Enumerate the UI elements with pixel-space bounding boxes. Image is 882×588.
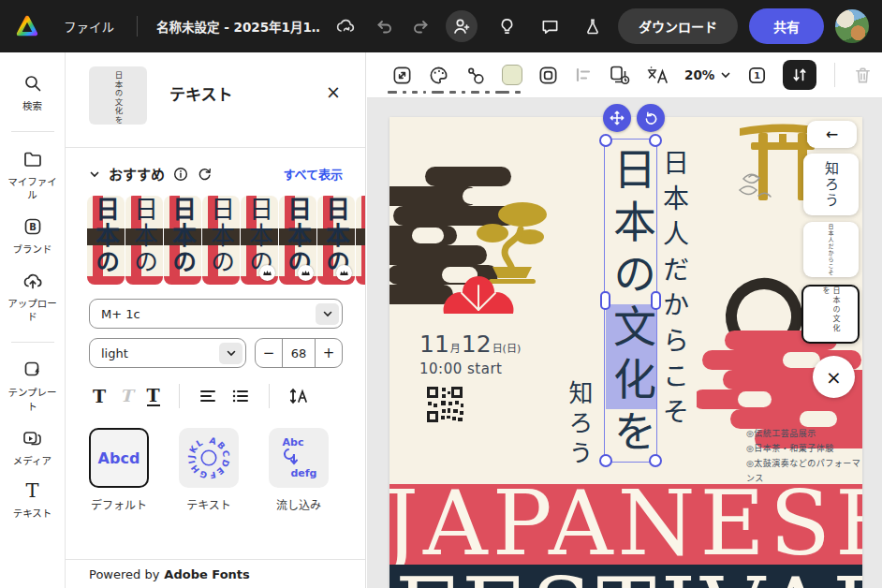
file-menu[interactable]: ファイル [64, 17, 114, 36]
style-card-default[interactable]: Abcd [89, 428, 149, 488]
chevron-down-icon [720, 69, 731, 81]
underline-icon[interactable]: T [147, 387, 160, 406]
event-detail-list[interactable]: ◎伝統工芸品展示 ◎日本茶・和菓子体験 ◎太鼓演奏などのパフォーマンス [746, 426, 862, 486]
align-icon[interactable] [574, 66, 593, 84]
poster-text-shiro[interactable]: 知ろう [566, 380, 591, 470]
list-icon[interactable] [231, 388, 250, 404]
download-button[interactable]: ダウンロード [618, 8, 738, 44]
premium-crown-icon [336, 265, 352, 281]
layer-card-text: 日本の文化を [820, 287, 841, 342]
show-all-link[interactable]: すべて表示 [283, 165, 343, 183]
animation-icon[interactable] [464, 65, 487, 86]
rail-item-templates[interactable]: テンプレート [3, 360, 63, 413]
comments-icon[interactable] [534, 10, 566, 42]
font-preview-card[interactable]: 日本の [241, 196, 278, 285]
layer-card-shiro[interactable]: 知ろう [803, 154, 859, 215]
adobe-express-logo-icon[interactable] [15, 14, 39, 38]
rail-label: マイファイル [3, 175, 63, 202]
layer-card-subline[interactable]: 日本人だからこそ [803, 222, 859, 277]
text-tool-icon: T [25, 481, 38, 501]
resize-handle[interactable] [599, 134, 612, 147]
chevron-down-icon[interactable] [89, 169, 100, 180]
rail-label: テンプレート [3, 386, 63, 413]
page-indicator-icon[interactable]: 1 [746, 65, 768, 86]
font-family-select[interactable]: M+ 1c [89, 299, 343, 329]
panel-close-icon[interactable]: × [320, 79, 346, 105]
premium-crown-icon [298, 265, 314, 281]
delete-trash-icon[interactable] [853, 66, 873, 85]
event-line: ◎太鼓演奏などのパフォーマンス [746, 456, 862, 486]
resize-icon[interactable] [391, 65, 413, 86]
decrease-font-size-button[interactable]: − [256, 339, 282, 367]
resize-handle[interactable] [649, 134, 662, 147]
layer-card-headline-selected[interactable]: 日本の文化を [801, 285, 860, 344]
layer-picker-close-icon[interactable]: × [813, 356, 855, 398]
rail-divider [11, 131, 54, 132]
style-default-preview: Abcd [98, 449, 140, 467]
style-card-flow[interactable]: Abc defg [269, 428, 329, 488]
zoom-control[interactable]: 20% [684, 67, 731, 82]
refresh-icon[interactable] [197, 166, 213, 182]
color-palette-icon[interactable] [428, 65, 449, 86]
italic-icon[interactable]: T [120, 388, 132, 404]
translate-icon[interactable] [646, 65, 669, 85]
background-color-swatch[interactable] [502, 65, 522, 85]
font-weight-select[interactable]: light [89, 338, 246, 368]
selection-bounding-box[interactable] [604, 139, 657, 463]
date-number: 11 [419, 331, 449, 358]
selected-text-thumbnail[interactable]: 日本の文化を [89, 66, 147, 125]
account-avatar[interactable] [835, 9, 869, 43]
rail-item-my-files[interactable]: マイファイル [3, 149, 63, 202]
font-preview-card[interactable]: 日本の [87, 196, 125, 285]
resize-handle[interactable] [649, 454, 662, 467]
duplicate-schedule-icon[interactable] [608, 64, 631, 86]
font-preview-card[interactable]: 日本の [356, 196, 365, 285]
font-preview-card[interactable]: 日本の [317, 196, 355, 285]
plum-fan-graphic[interactable] [441, 263, 516, 314]
text-align-icon[interactable] [198, 388, 217, 404]
layer-card-text: 知ろう [821, 161, 841, 209]
event-time[interactable]: 10:00 start [419, 360, 522, 377]
date-unit: 月 [450, 340, 461, 355]
event-date[interactable]: 11 月 12 日(日) 10:00 start [419, 331, 522, 377]
info-icon[interactable] [173, 167, 188, 182]
font-preview-card[interactable]: 日本の [125, 196, 163, 285]
increase-font-size-button[interactable]: + [316, 339, 342, 367]
font-preview-card[interactable]: 日本の [164, 196, 201, 285]
move-handle-icon[interactable] [603, 104, 631, 132]
invite-collaborators-icon[interactable] [446, 10, 478, 42]
reorder-pages-button[interactable] [783, 60, 816, 90]
font-preview-card[interactable]: 日本の [202, 196, 240, 285]
qr-code[interactable] [425, 385, 464, 424]
undo-icon[interactable] [369, 10, 401, 42]
poster-subline-text[interactable]: 日本人だからこそ [660, 149, 686, 434]
style-card-circle-text[interactable]: ABCDEFGHIJKL [179, 428, 239, 488]
font-size-value[interactable]: 68 [282, 339, 316, 367]
assistant-ideas-icon[interactable] [491, 10, 522, 42]
redo-icon[interactable] [404, 10, 436, 42]
side-handle[interactable] [651, 291, 661, 310]
bold-icon[interactable]: T [93, 388, 106, 405]
document-title[interactable]: 名称未設定 - 2025年1月1… [156, 17, 320, 36]
share-button[interactable]: 共有 [749, 8, 824, 44]
line-spacing-icon[interactable] [288, 387, 309, 405]
frame-mask-icon[interactable] [537, 65, 559, 86]
rail-label: メディア [9, 454, 55, 468]
banner-bottom-text: FESTIVAL [395, 566, 862, 588]
red-banner[interactable]: JAPANESE [390, 484, 862, 565]
cloud-sync-icon[interactable] [330, 10, 361, 42]
rail-item-media[interactable]: メディア [3, 428, 63, 468]
resize-handle[interactable] [599, 454, 612, 467]
rotate-handle-icon[interactable] [637, 104, 665, 132]
font-preview-text: 日本の [166, 197, 200, 285]
navy-banner[interactable]: FESTIVAL [390, 565, 862, 588]
rail-item-search[interactable]: 検索 [3, 73, 63, 113]
rail-item-text[interactable]: T テキスト [3, 481, 63, 521]
rail-label: ブランド [9, 243, 56, 257]
beta-labs-icon[interactable] [577, 10, 609, 42]
side-handle[interactable] [600, 291, 610, 310]
back-button[interactable]: ← [807, 121, 857, 148]
rail-item-brand[interactable]: B ブランド [3, 216, 63, 257]
font-preview-card[interactable]: 日本の [279, 196, 316, 285]
rail-item-upload[interactable]: アップロード [3, 271, 63, 324]
